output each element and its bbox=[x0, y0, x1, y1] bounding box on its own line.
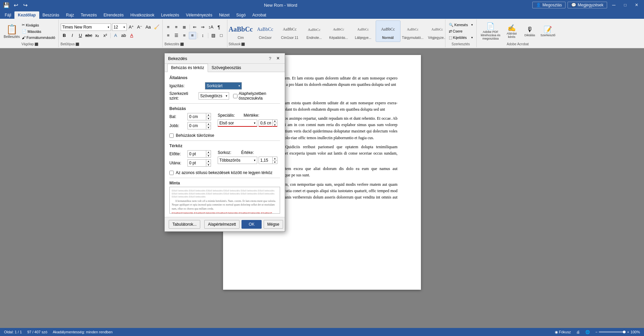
font-expand-icon[interactable]: ⬛ bbox=[75, 43, 79, 46]
bold-button[interactable]: B bbox=[61, 32, 68, 39]
create-pdf-button[interactable]: 📄 Adobe PDF létrehozása és megosztása bbox=[479, 21, 502, 41]
increase-indent-button[interactable]: ⇒ bbox=[199, 23, 207, 31]
alaphelyzetben-checkbox[interactable] bbox=[233, 94, 237, 98]
align-left-button[interactable]: ≡ bbox=[165, 32, 172, 39]
view-mode-web[interactable]: 🌐 bbox=[585, 330, 590, 334]
change-case-button[interactable]: Aa bbox=[145, 23, 152, 31]
style-item-cim1sor11[interactable]: AaBbCc Cím1sor 11 bbox=[278, 20, 302, 42]
justify-button[interactable]: ≡ bbox=[189, 32, 196, 39]
utana-up[interactable]: ▲ bbox=[206, 159, 211, 163]
bal-up[interactable]: ▲ bbox=[206, 113, 211, 117]
format-painter-button[interactable]: 🖌 Formátummásoló bbox=[21, 35, 56, 40]
bal-input[interactable] bbox=[188, 113, 206, 120]
tab-nezet[interactable]: Nézet bbox=[216, 11, 233, 19]
dialog-tab-szoveg[interactable]: Szövegbeosztás bbox=[208, 64, 245, 72]
specialis-select[interactable]: Első sor ▾ bbox=[218, 119, 257, 127]
zoom-out-icon[interactable]: − bbox=[595, 330, 597, 334]
merteke-input[interactable] bbox=[259, 120, 272, 126]
styles-expand-icon[interactable]: ⬛ bbox=[241, 43, 245, 46]
editor-button[interactable]: 📝 Szerkesztő bbox=[540, 21, 556, 41]
tab-levelezés[interactable]: Levelezés bbox=[158, 11, 182, 19]
close-button[interactable]: × bbox=[632, 0, 641, 10]
merteke-up[interactable]: ▲ bbox=[273, 119, 277, 123]
style-item-normal[interactable]: AaBbCc Normál bbox=[376, 20, 400, 42]
elotte-spinner[interactable]: ▲ ▼ bbox=[187, 150, 211, 158]
tab-rajz[interactable]: Rajz bbox=[63, 11, 77, 19]
paragraph-expand-icon[interactable]: ⬛ bbox=[180, 43, 184, 46]
erteke-up[interactable]: ▲ bbox=[273, 157, 277, 161]
share-button[interactable]: 👤 Megosztás bbox=[532, 2, 566, 8]
dialog-close-button[interactable]: × bbox=[275, 55, 281, 62]
underline-button[interactable]: U bbox=[77, 32, 84, 39]
style-item-vegjegyze[interactable]: AaBbCc Végjegyze... bbox=[425, 20, 445, 42]
highlight-button[interactable]: ab bbox=[120, 32, 127, 39]
maximize-button[interactable]: □ bbox=[621, 0, 630, 10]
merteke-down[interactable]: ▼ bbox=[273, 123, 277, 127]
quick-access-redo[interactable]: ↪ bbox=[21, 1, 29, 9]
jobb-down[interactable]: ▼ bbox=[206, 126, 211, 130]
tab-acrobat[interactable]: Acrobat bbox=[249, 11, 269, 19]
replace-button[interactable]: ⇄ Csere bbox=[447, 29, 474, 34]
azonos-checkbox[interactable] bbox=[169, 171, 174, 175]
font-size-selector[interactable]: 12 ▾ bbox=[112, 23, 127, 31]
tabulatorok-button[interactable]: Tabulátorok... bbox=[169, 220, 200, 229]
align-center-button[interactable]: ☰ bbox=[173, 32, 180, 39]
tab-hivatkozasok[interactable]: Hivatkozások bbox=[127, 11, 158, 19]
tab-velemenvezes[interactable]: Véleményezés bbox=[182, 11, 216, 19]
numbering-button[interactable]: ≡ bbox=[173, 23, 180, 31]
bal-spinner[interactable]: ▲ ▼ bbox=[187, 113, 211, 120]
style-item-cim[interactable]: AaBbCc Cím bbox=[229, 20, 253, 42]
strikethrough-button[interactable]: abc bbox=[85, 32, 93, 39]
minimize-button[interactable]: ─ bbox=[609, 0, 619, 10]
bal-down[interactable]: ▼ bbox=[206, 117, 211, 121]
dialog-tab-behuzas[interactable]: Behúzás és térköz bbox=[167, 64, 208, 72]
find-button[interactable]: 🔍 Keresés ▾ bbox=[447, 22, 474, 28]
jobb-spinner[interactable]: ▲ ▼ bbox=[187, 122, 211, 129]
elotte-up[interactable]: ▲ bbox=[206, 150, 211, 154]
font-color-button[interactable]: A bbox=[128, 32, 136, 39]
copy-button[interactable]: 📄 Másolás bbox=[21, 29, 56, 34]
line-spacing-button[interactable]: ↕ bbox=[199, 32, 207, 39]
borders-button[interactable]: □ bbox=[218, 32, 225, 39]
decrease-indent-button[interactable]: ⇐ bbox=[191, 23, 199, 31]
accessibility-status[interactable]: Akadálymentesség: minden rendben bbox=[53, 330, 113, 334]
font-selector[interactable]: Times New Rom ▾ bbox=[61, 23, 111, 31]
megse-button[interactable]: Mégse bbox=[264, 220, 283, 229]
tab-tervezes[interactable]: Tervezés bbox=[77, 11, 100, 19]
view-mode-focus[interactable]: ◉ Fókusz bbox=[555, 330, 571, 334]
bullets-button[interactable]: ≡ bbox=[165, 23, 172, 31]
italic-button[interactable]: I bbox=[69, 32, 76, 39]
zoom-slider[interactable]: − + 100% bbox=[595, 330, 640, 334]
utana-down[interactable]: ▼ bbox=[206, 163, 211, 167]
sign-button[interactable]: ✍ Aláírási kérés bbox=[503, 21, 520, 41]
quick-access-save[interactable]: 💾 bbox=[3, 1, 10, 9]
clipboard-expand-icon[interactable]: ⬛ bbox=[35, 43, 38, 46]
merteke-spinner[interactable]: ▲ ▼ bbox=[259, 119, 277, 127]
dictate-button[interactable]: 🎙 Diktálás bbox=[522, 21, 538, 41]
elotte-down[interactable]: ▼ bbox=[206, 154, 211, 158]
subscript-button[interactable]: x₂ bbox=[94, 32, 101, 39]
decrease-font-button[interactable]: A⁻ bbox=[136, 23, 144, 31]
text-effects-button[interactable]: A bbox=[112, 32, 119, 39]
cut-button[interactable]: ✂ Kivágás bbox=[21, 22, 56, 28]
comments-button[interactable]: 💬 Megjegyzések bbox=[568, 2, 607, 8]
view-mode-print[interactable]: 🖨 bbox=[576, 330, 580, 334]
clear-format-button[interactable]: 🧹 bbox=[153, 23, 160, 31]
utana-input[interactable] bbox=[188, 160, 206, 166]
tukrozese-checkbox[interactable] bbox=[169, 133, 174, 138]
erteke-input[interactable] bbox=[259, 157, 272, 164]
zoom-track[interactable] bbox=[599, 331, 626, 333]
szerkezeti-select[interactable]: Szövegtörzs ▾ bbox=[199, 92, 229, 100]
tab-file[interactable]: Fájl bbox=[1, 11, 14, 19]
tab-kezdolap[interactable]: Kezdőlap bbox=[14, 11, 39, 19]
erteke-down[interactable]: ▼ bbox=[273, 161, 277, 164]
shading-button[interactable]: ▨ bbox=[210, 32, 217, 39]
sort-button[interactable]: ↕A bbox=[207, 23, 215, 31]
sorkoz-select[interactable]: Többszörös ▾ bbox=[218, 157, 257, 164]
alapertelmezett-button[interactable]: Alapértelmezett bbox=[204, 220, 239, 229]
multilevel-list-button[interactable]: ≣ bbox=[181, 23, 188, 31]
jobb-input[interactable] bbox=[188, 122, 206, 129]
quick-access-undo[interactable]: ↩ bbox=[12, 1, 19, 9]
tab-beszuras[interactable]: Beszúrás bbox=[39, 11, 63, 19]
ok-button[interactable]: OK bbox=[241, 220, 261, 229]
